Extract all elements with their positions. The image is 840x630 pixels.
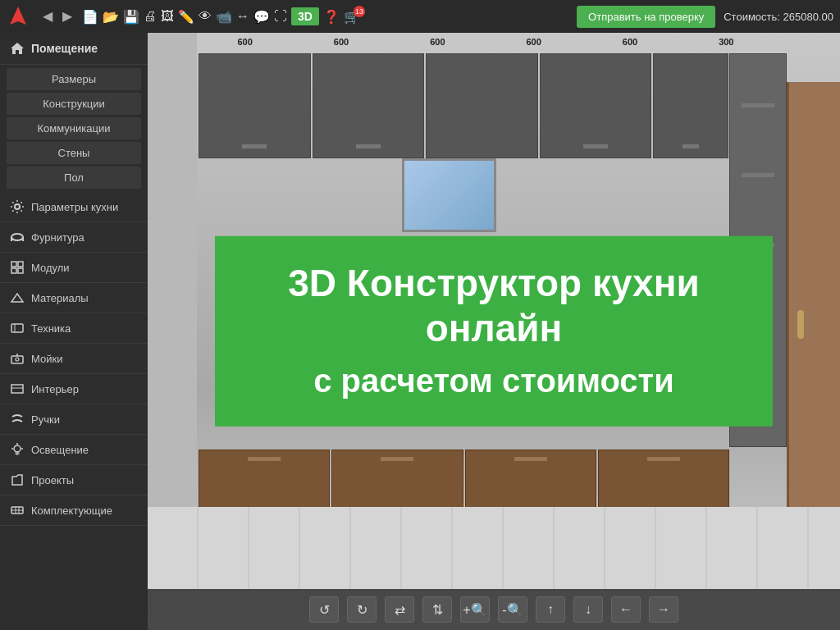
resize-icon[interactable]: ↔ <box>236 9 249 24</box>
pomeshenie-label: Помещение <box>31 42 98 55</box>
svg-point-14 <box>16 358 19 361</box>
svg-point-2 <box>15 204 20 209</box>
sidebar-item-furniture[interactable]: Фурнитура <box>0 222 148 253</box>
3d-button[interactable]: 3D <box>291 7 319 25</box>
furniture-label: Фурнитура <box>31 231 84 244</box>
sidebar-item-materials[interactable]: Материалы <box>0 283 148 313</box>
move-up-button[interactable]: ↑ <box>536 596 565 623</box>
move-right-button[interactable]: → <box>649 596 678 623</box>
toolbar: ◀ ▶ 📄 📂 💾 🖨 🖼 ✏️ 👁 📹 ↔ 💬 ⛶ 3D ❓ 🛒 13 Отп… <box>0 0 840 33</box>
comment-icon[interactable]: 💬 <box>253 9 270 25</box>
dimension-row: 600 600 600 600 600 300 <box>197 37 774 47</box>
svg-marker-1 <box>11 43 24 54</box>
app-logo <box>7 5 30 28</box>
interior-label: Интерьер <box>31 383 79 395</box>
svg-point-3 <box>11 234 23 240</box>
open-folder-icon[interactable]: 📂 <box>103 9 119 25</box>
svg-rect-8 <box>11 268 16 273</box>
materials-icon <box>10 290 25 305</box>
flip-horizontal-button[interactable]: ⇄ <box>385 596 414 623</box>
banner-line1: 3D Конструктор кухни <box>248 261 740 306</box>
zoom-in-button[interactable]: +🔍 <box>460 596 490 623</box>
zoom-out-button[interactable]: -🔍 <box>498 596 527 623</box>
eye-icon[interactable]: 👁 <box>199 9 212 24</box>
svg-point-17 <box>14 445 21 452</box>
dim-4: 600 <box>526 37 541 47</box>
forward-button[interactable]: ▶ <box>59 8 75 25</box>
parts-label: Комплектующие <box>31 504 112 517</box>
send-review-button[interactable]: Отправить на проверку <box>577 6 715 28</box>
flip-vertical-button[interactable]: ⇅ <box>422 596 452 623</box>
rotate-ccw-button[interactable]: ↺ <box>309 596 339 623</box>
print-icon[interactable]: 🖨 <box>144 9 157 24</box>
dim-1: 600 <box>237 37 252 47</box>
sidebar-item-handles[interactable]: Ручки <box>0 404 148 435</box>
fullscreen-icon[interactable]: ⛶ <box>274 9 287 24</box>
new-file-icon[interactable]: 📄 <box>82 9 98 25</box>
cart-badge[interactable]: 🛒 13 <box>344 9 360 25</box>
sub-razmery[interactable]: Размеры <box>7 68 141 90</box>
lighting-icon <box>10 442 25 457</box>
gear-icon <box>10 199 25 214</box>
main-layout: Помещение Размеры Конструкции Коммуникац… <box>0 33 840 630</box>
pomeshenie-submenu: Размеры Конструкции Коммуникации Стены П… <box>0 65 148 192</box>
pencil-icon[interactable]: ✏️ <box>178 9 194 25</box>
sidebar-item-modules[interactable]: Модули <box>0 253 148 283</box>
back-button[interactable]: ◀ <box>39 8 56 25</box>
door-handle <box>797 310 804 339</box>
banner-line3: с расчетом стоимости <box>248 359 740 402</box>
svg-marker-0 <box>10 7 26 25</box>
tool-icons: 📄 📂 💾 🖨 🖼 ✏️ 👁 📹 ↔ 💬 ⛶ 3D ❓ 🛒 13 <box>82 7 360 25</box>
projects-label: Проекты <box>31 474 74 486</box>
projects-icon <box>10 472 25 487</box>
svg-rect-6 <box>11 262 16 267</box>
sidebar-item-tech[interactable]: Техника <box>0 313 148 344</box>
cart-count: 13 <box>354 6 365 17</box>
dim-3: 600 <box>430 37 445 47</box>
svg-rect-9 <box>18 268 23 273</box>
tech-icon <box>10 321 25 336</box>
svg-rect-12 <box>11 356 23 363</box>
cabinet-mirror <box>402 158 496 232</box>
image-icon[interactable]: 🖼 <box>161 9 174 24</box>
viewport[interactable]: 600 600 600 600 600 300 <box>148 33 840 630</box>
sidebar-item-projects[interactable]: Проекты <box>0 465 148 495</box>
sidebar-item-parts[interactable]: Комплектующие <box>0 495 148 526</box>
sub-konstruktsii[interactable]: Конструкции <box>7 93 141 115</box>
dim-6: 300 <box>719 37 733 47</box>
video-icon[interactable]: 📹 <box>216 9 232 25</box>
sidebar-item-sinks[interactable]: Мойки <box>0 344 148 374</box>
save-icon[interactable]: 💾 <box>123 9 139 25</box>
interior-icon <box>10 381 25 396</box>
move-left-button[interactable]: ← <box>611 596 641 623</box>
lighting-label: Освещение <box>31 444 89 456</box>
home-icon <box>10 41 25 56</box>
upper-cab-2 <box>313 53 425 158</box>
upper-cab-1 <box>199 53 311 158</box>
svg-rect-15 <box>11 385 23 393</box>
upper-cab-5 <box>653 53 728 158</box>
parts-icon <box>10 503 25 518</box>
sink-icon <box>10 351 25 366</box>
sidebar-item-lighting[interactable]: Освещение <box>0 435 148 465</box>
sinks-label: Мойки <box>31 353 62 365</box>
sidebar-item-interior[interactable]: Интерьер <box>0 374 148 404</box>
move-down-button[interactable]: ↓ <box>573 596 603 623</box>
svg-rect-10 <box>11 324 23 332</box>
handles-icon <box>10 412 25 427</box>
sub-pol[interactable]: Пол <box>7 167 141 189</box>
dim-5: 600 <box>623 37 637 47</box>
help-icon[interactable]: ❓ <box>323 9 340 25</box>
overlay-banner: 3D Конструктор кухни онлайн с расчетом с… <box>215 236 773 427</box>
toolbar-right: Отправить на проверку Стоимость: 265080.… <box>577 6 833 28</box>
sub-steny[interactable]: Стены <box>7 142 141 164</box>
sub-kommunikatsii[interactable]: Коммуникации <box>7 117 141 139</box>
modules-icon <box>10 260 25 275</box>
dim-2: 600 <box>334 37 349 47</box>
furniture-icon <box>10 230 25 244</box>
modules-label: Модули <box>31 262 70 274</box>
sidebar-item-params[interactable]: Параметры кухни <box>0 192 148 222</box>
upper-cab-3 <box>426 53 538 158</box>
sidebar-section-pomeshenie[interactable]: Помещение <box>0 33 148 65</box>
rotate-cw-button[interactable]: ↻ <box>347 596 377 623</box>
